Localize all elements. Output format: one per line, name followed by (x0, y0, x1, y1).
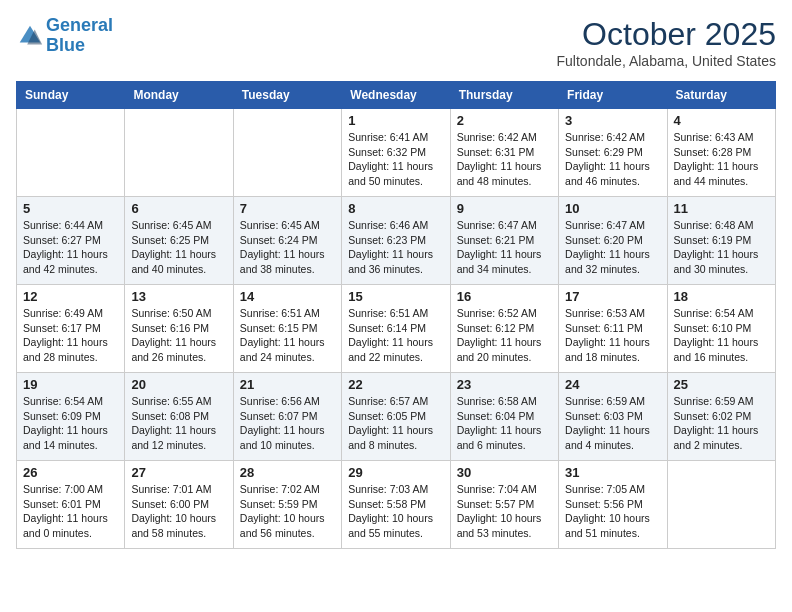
calendar-cell: 3Sunrise: 6:42 AM Sunset: 6:29 PM Daylig… (559, 109, 667, 197)
day-number: 23 (457, 377, 552, 392)
weekday-header-saturday: Saturday (667, 82, 775, 109)
day-number: 31 (565, 465, 660, 480)
day-number: 25 (674, 377, 769, 392)
cell-details: Sunrise: 6:49 AM Sunset: 6:17 PM Dayligh… (23, 306, 118, 365)
calendar-cell: 22Sunrise: 6:57 AM Sunset: 6:05 PM Dayli… (342, 373, 450, 461)
calendar-cell (233, 109, 341, 197)
calendar-cell: 16Sunrise: 6:52 AM Sunset: 6:12 PM Dayli… (450, 285, 558, 373)
weekday-header-tuesday: Tuesday (233, 82, 341, 109)
day-number: 9 (457, 201, 552, 216)
page-header: General Blue October 2025 Fultondale, Al… (16, 16, 776, 69)
day-number: 28 (240, 465, 335, 480)
cell-details: Sunrise: 6:47 AM Sunset: 6:20 PM Dayligh… (565, 218, 660, 277)
cell-details: Sunrise: 6:45 AM Sunset: 6:24 PM Dayligh… (240, 218, 335, 277)
day-number: 22 (348, 377, 443, 392)
calendar-cell (17, 109, 125, 197)
day-number: 6 (131, 201, 226, 216)
calendar-cell: 27Sunrise: 7:01 AM Sunset: 6:00 PM Dayli… (125, 461, 233, 549)
calendar-cell: 2Sunrise: 6:42 AM Sunset: 6:31 PM Daylig… (450, 109, 558, 197)
calendar-cell: 7Sunrise: 6:45 AM Sunset: 6:24 PM Daylig… (233, 197, 341, 285)
calendar-cell: 13Sunrise: 6:50 AM Sunset: 6:16 PM Dayli… (125, 285, 233, 373)
calendar-cell: 11Sunrise: 6:48 AM Sunset: 6:19 PM Dayli… (667, 197, 775, 285)
cell-details: Sunrise: 6:48 AM Sunset: 6:19 PM Dayligh… (674, 218, 769, 277)
calendar-cell: 24Sunrise: 6:59 AM Sunset: 6:03 PM Dayli… (559, 373, 667, 461)
cell-details: Sunrise: 6:43 AM Sunset: 6:28 PM Dayligh… (674, 130, 769, 189)
cell-details: Sunrise: 7:03 AM Sunset: 5:58 PM Dayligh… (348, 482, 443, 541)
day-number: 30 (457, 465, 552, 480)
calendar-cell: 1Sunrise: 6:41 AM Sunset: 6:32 PM Daylig… (342, 109, 450, 197)
logo: General Blue (16, 16, 113, 56)
calendar-cell (125, 109, 233, 197)
day-number: 16 (457, 289, 552, 304)
cell-details: Sunrise: 6:56 AM Sunset: 6:07 PM Dayligh… (240, 394, 335, 453)
cell-details: Sunrise: 6:53 AM Sunset: 6:11 PM Dayligh… (565, 306, 660, 365)
cell-details: Sunrise: 7:04 AM Sunset: 5:57 PM Dayligh… (457, 482, 552, 541)
calendar-cell: 29Sunrise: 7:03 AM Sunset: 5:58 PM Dayli… (342, 461, 450, 549)
calendar-cell: 14Sunrise: 6:51 AM Sunset: 6:15 PM Dayli… (233, 285, 341, 373)
weekday-header-sunday: Sunday (17, 82, 125, 109)
day-number: 18 (674, 289, 769, 304)
calendar-cell: 5Sunrise: 6:44 AM Sunset: 6:27 PM Daylig… (17, 197, 125, 285)
day-number: 13 (131, 289, 226, 304)
day-number: 4 (674, 113, 769, 128)
cell-details: Sunrise: 6:45 AM Sunset: 6:25 PM Dayligh… (131, 218, 226, 277)
cell-details: Sunrise: 6:51 AM Sunset: 6:15 PM Dayligh… (240, 306, 335, 365)
calendar-cell: 17Sunrise: 6:53 AM Sunset: 6:11 PM Dayli… (559, 285, 667, 373)
cell-details: Sunrise: 6:59 AM Sunset: 6:03 PM Dayligh… (565, 394, 660, 453)
cell-details: Sunrise: 7:00 AM Sunset: 6:01 PM Dayligh… (23, 482, 118, 541)
location: Fultondale, Alabama, United States (557, 53, 776, 69)
calendar-cell: 28Sunrise: 7:02 AM Sunset: 5:59 PM Dayli… (233, 461, 341, 549)
calendar-cell: 8Sunrise: 6:46 AM Sunset: 6:23 PM Daylig… (342, 197, 450, 285)
title-block: October 2025 Fultondale, Alabama, United… (557, 16, 776, 69)
cell-details: Sunrise: 7:02 AM Sunset: 5:59 PM Dayligh… (240, 482, 335, 541)
calendar-cell: 6Sunrise: 6:45 AM Sunset: 6:25 PM Daylig… (125, 197, 233, 285)
calendar-cell: 18Sunrise: 6:54 AM Sunset: 6:10 PM Dayli… (667, 285, 775, 373)
day-number: 2 (457, 113, 552, 128)
calendar-cell: 30Sunrise: 7:04 AM Sunset: 5:57 PM Dayli… (450, 461, 558, 549)
day-number: 11 (674, 201, 769, 216)
calendar-cell: 31Sunrise: 7:05 AM Sunset: 5:56 PM Dayli… (559, 461, 667, 549)
day-number: 15 (348, 289, 443, 304)
weekday-header-monday: Monday (125, 82, 233, 109)
day-number: 20 (131, 377, 226, 392)
logo-text: General Blue (46, 16, 113, 56)
cell-details: Sunrise: 6:54 AM Sunset: 6:10 PM Dayligh… (674, 306, 769, 365)
day-number: 7 (240, 201, 335, 216)
day-number: 1 (348, 113, 443, 128)
cell-details: Sunrise: 6:41 AM Sunset: 6:32 PM Dayligh… (348, 130, 443, 189)
weekday-header-row: SundayMondayTuesdayWednesdayThursdayFrid… (17, 82, 776, 109)
calendar-cell: 9Sunrise: 6:47 AM Sunset: 6:21 PM Daylig… (450, 197, 558, 285)
calendar-cell: 12Sunrise: 6:49 AM Sunset: 6:17 PM Dayli… (17, 285, 125, 373)
day-number: 27 (131, 465, 226, 480)
weekday-header-wednesday: Wednesday (342, 82, 450, 109)
cell-details: Sunrise: 6:42 AM Sunset: 6:31 PM Dayligh… (457, 130, 552, 189)
cell-details: Sunrise: 6:42 AM Sunset: 6:29 PM Dayligh… (565, 130, 660, 189)
day-number: 29 (348, 465, 443, 480)
day-number: 12 (23, 289, 118, 304)
day-number: 5 (23, 201, 118, 216)
cell-details: Sunrise: 6:51 AM Sunset: 6:14 PM Dayligh… (348, 306, 443, 365)
logo-line2: Blue (46, 35, 85, 55)
calendar-cell: 4Sunrise: 6:43 AM Sunset: 6:28 PM Daylig… (667, 109, 775, 197)
calendar-cell: 21Sunrise: 6:56 AM Sunset: 6:07 PM Dayli… (233, 373, 341, 461)
cell-details: Sunrise: 6:44 AM Sunset: 6:27 PM Dayligh… (23, 218, 118, 277)
month-title: October 2025 (557, 16, 776, 53)
calendar-cell: 26Sunrise: 7:00 AM Sunset: 6:01 PM Dayli… (17, 461, 125, 549)
weekday-header-friday: Friday (559, 82, 667, 109)
cell-details: Sunrise: 6:46 AM Sunset: 6:23 PM Dayligh… (348, 218, 443, 277)
day-number: 17 (565, 289, 660, 304)
calendar-cell: 10Sunrise: 6:47 AM Sunset: 6:20 PM Dayli… (559, 197, 667, 285)
cell-details: Sunrise: 6:55 AM Sunset: 6:08 PM Dayligh… (131, 394, 226, 453)
cell-details: Sunrise: 6:52 AM Sunset: 6:12 PM Dayligh… (457, 306, 552, 365)
calendar-cell: 19Sunrise: 6:54 AM Sunset: 6:09 PM Dayli… (17, 373, 125, 461)
day-number: 21 (240, 377, 335, 392)
cell-details: Sunrise: 6:57 AM Sunset: 6:05 PM Dayligh… (348, 394, 443, 453)
calendar-cell: 15Sunrise: 6:51 AM Sunset: 6:14 PM Dayli… (342, 285, 450, 373)
logo-icon (16, 22, 44, 50)
cell-details: Sunrise: 7:01 AM Sunset: 6:00 PM Dayligh… (131, 482, 226, 541)
day-number: 10 (565, 201, 660, 216)
weekday-header-thursday: Thursday (450, 82, 558, 109)
day-number: 24 (565, 377, 660, 392)
cell-details: Sunrise: 6:47 AM Sunset: 6:21 PM Dayligh… (457, 218, 552, 277)
day-number: 14 (240, 289, 335, 304)
